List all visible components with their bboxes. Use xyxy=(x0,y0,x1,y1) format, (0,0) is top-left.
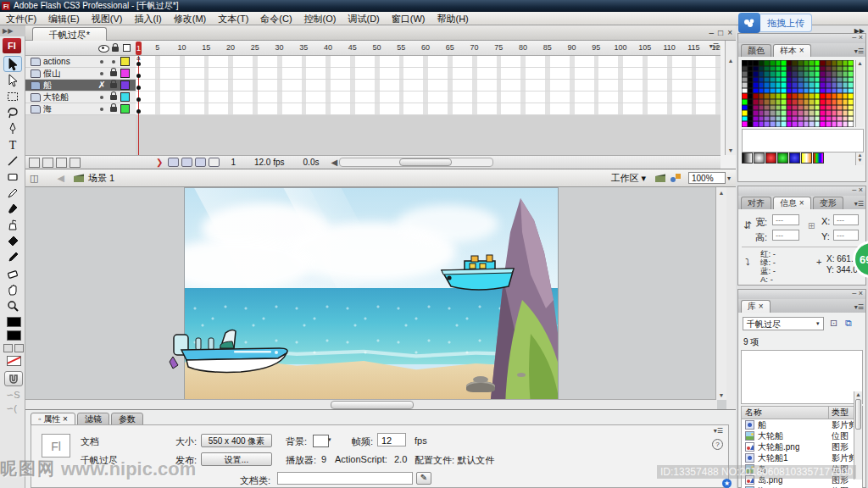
new-library-panel-icon[interactable]: ⧉ xyxy=(845,318,852,329)
layer-name[interactable]: actions xyxy=(43,57,70,66)
color-swatch[interactable] xyxy=(848,60,854,66)
color-swatch[interactable] xyxy=(748,60,754,66)
eyedropper-tool[interactable] xyxy=(3,249,22,265)
color-swatch[interactable] xyxy=(770,77,776,83)
color-swatch[interactable] xyxy=(742,60,748,66)
color-swatch[interactable] xyxy=(792,66,798,72)
color-swatch[interactable] xyxy=(798,93,804,99)
library-item-大轮船[interactable]: 大轮船位图 xyxy=(742,430,862,441)
color-swatch[interactable] xyxy=(815,88,821,94)
color-swatch[interactable] xyxy=(759,99,765,105)
color-swatch[interactable] xyxy=(798,60,804,66)
doc-class-input[interactable] xyxy=(277,472,413,485)
menu-commands[interactable]: 命令(C) xyxy=(254,12,298,25)
edit-scene-icon[interactable] xyxy=(654,173,666,183)
color-swatch[interactable] xyxy=(787,110,793,116)
color-swatch[interactable] xyxy=(759,71,765,77)
color-swatch[interactable] xyxy=(748,71,754,77)
keyframe-dot[interactable] xyxy=(136,74,141,78)
color-swatch[interactable] xyxy=(781,88,787,94)
lock-icon[interactable] xyxy=(110,95,117,100)
color-swatch[interactable] xyxy=(792,88,798,94)
edit-symbols-icon[interactable] xyxy=(670,173,682,183)
color-swatch[interactable] xyxy=(781,71,787,77)
color-swatch[interactable] xyxy=(848,82,854,88)
color-swatch[interactable] xyxy=(843,99,849,105)
color-swatch[interactable] xyxy=(826,66,832,72)
color-swatch[interactable] xyxy=(787,116,793,122)
tab-颜色[interactable]: 颜色 xyxy=(741,44,771,57)
color-swatch[interactable] xyxy=(764,121,770,127)
keyframe-dot[interactable] xyxy=(136,86,141,90)
color-swatch[interactable] xyxy=(776,77,782,83)
color-swatch[interactable] xyxy=(832,116,837,122)
color-swatch[interactable] xyxy=(832,77,837,83)
color-swatch[interactable] xyxy=(798,116,804,122)
color-swatch[interactable] xyxy=(787,66,793,72)
library-item-船[interactable]: 船影片剪辑 xyxy=(742,419,862,430)
height-input[interactable]: --- xyxy=(772,230,799,241)
color-swatch[interactable] xyxy=(798,105,804,111)
color-swatch[interactable] xyxy=(748,82,754,88)
menu-text[interactable]: 文本(T) xyxy=(212,12,254,25)
onion-outline-button[interactable] xyxy=(181,158,192,167)
tab-对齐[interactable]: 对齐 xyxy=(741,197,771,209)
color-swatch[interactable] xyxy=(792,116,798,122)
beach-rock[interactable] xyxy=(473,376,488,383)
stage-hscrollbar[interactable] xyxy=(25,399,717,409)
color-swatch[interactable] xyxy=(815,66,821,72)
color-swatch[interactable] xyxy=(764,105,770,111)
scroll-up-icon[interactable]: ▲ xyxy=(854,391,862,397)
help-icon[interactable]: ? xyxy=(712,439,723,450)
color-swatch[interactable] xyxy=(832,99,837,105)
lasso-tool[interactable] xyxy=(3,104,22,120)
color-swatch[interactable] xyxy=(837,110,843,116)
stage-area[interactable]: ▲ ▼ xyxy=(25,187,726,409)
color-swatch[interactable] xyxy=(820,71,826,77)
menu-control[interactable]: 控制(O) xyxy=(298,12,342,25)
library-scroll-thumb[interactable] xyxy=(855,399,861,430)
library-item-name[interactable]: 大轮船.png xyxy=(758,441,799,453)
fill-color-swatch[interactable] xyxy=(7,330,21,341)
color-swatch[interactable] xyxy=(748,116,754,122)
color-swatch[interactable] xyxy=(809,60,815,66)
lock-icon[interactable] xyxy=(112,47,119,52)
color-swatch[interactable] xyxy=(848,66,854,72)
color-swatch[interactable] xyxy=(815,82,821,88)
subselection-tool[interactable] xyxy=(3,72,22,88)
menu-file[interactable]: 文件(F) xyxy=(0,12,42,25)
color-swatch[interactable] xyxy=(815,60,821,66)
library-item-name[interactable]: 大轮船 xyxy=(758,430,783,442)
color-swatch[interactable] xyxy=(759,110,765,116)
color-swatch[interactable] xyxy=(837,105,843,111)
layer-name[interactable]: 海 xyxy=(43,103,52,115)
panel-menu-icon[interactable]: ▾☰ xyxy=(714,427,723,435)
color-swatch[interactable] xyxy=(826,88,832,94)
color-swatch[interactable] xyxy=(809,82,815,88)
color-swatch[interactable] xyxy=(826,99,832,105)
library-item-大轮船.png[interactable]: 大轮船.png图形 xyxy=(742,441,862,452)
add-motion-guide-button[interactable] xyxy=(42,158,53,168)
color-swatch[interactable] xyxy=(753,66,759,72)
color-swatch[interactable] xyxy=(742,66,748,72)
color-swatch[interactable] xyxy=(776,82,782,88)
keyframe-dot[interactable] xyxy=(136,109,141,114)
color-swatch[interactable] xyxy=(848,93,854,99)
color-swatch[interactable] xyxy=(759,82,765,88)
registration-grid-icon[interactable]: ⊞ xyxy=(808,221,815,230)
color-swatch[interactable] xyxy=(815,93,821,99)
color-swatch[interactable] xyxy=(787,77,793,83)
lock-icon[interactable] xyxy=(110,107,117,112)
playhead[interactable]: 1 xyxy=(136,42,142,55)
close-icon[interactable]: × xyxy=(859,33,863,42)
color-swatch[interactable] xyxy=(787,99,793,105)
color-swatch[interactable] xyxy=(820,60,826,66)
color-swatch[interactable] xyxy=(798,88,804,94)
color-swatch[interactable] xyxy=(764,82,770,88)
color-swatch[interactable] xyxy=(781,99,787,105)
color-swatch[interactable] xyxy=(781,121,787,127)
no-color-swatch[interactable] xyxy=(7,356,21,366)
color-swatch[interactable] xyxy=(820,93,826,99)
color-swatch[interactable] xyxy=(843,77,849,83)
frame-grid[interactable] xyxy=(136,56,721,115)
